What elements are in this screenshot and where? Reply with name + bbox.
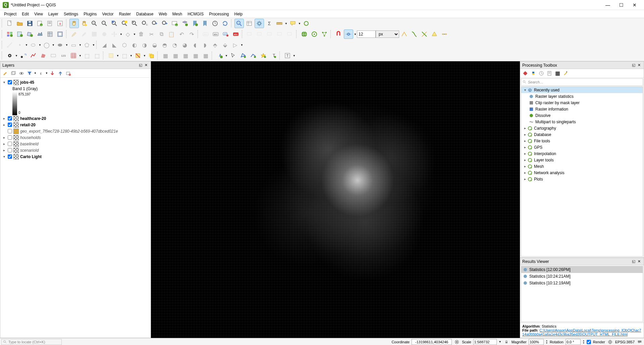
osm-download-button[interactable] bbox=[300, 29, 309, 39]
layer-row-carto-light[interactable]: ▾ Carto Light bbox=[2, 153, 149, 160]
filter-button[interactable] bbox=[26, 70, 33, 77]
crs-button[interactable] bbox=[607, 339, 613, 345]
processing-search-input[interactable]: Search… bbox=[521, 78, 643, 86]
vertex-snap-button[interactable] bbox=[344, 29, 353, 39]
polygon-ann-button[interactable] bbox=[238, 51, 248, 60]
new-project-button[interactable] bbox=[5, 19, 14, 28]
statistics-button[interactable]: Σ bbox=[265, 19, 274, 28]
measure-button[interactable] bbox=[275, 19, 284, 28]
map-canvas[interactable] bbox=[151, 61, 520, 338]
zoom-selection-button[interactable] bbox=[120, 19, 129, 28]
style-manager-button[interactable]: a bbox=[55, 19, 65, 28]
crs-label[interactable]: EPSG:3857 bbox=[615, 340, 635, 344]
open-project-button[interactable] bbox=[15, 19, 24, 28]
history-button[interactable] bbox=[538, 70, 545, 77]
rotation-input[interactable] bbox=[566, 339, 581, 345]
menu-processing[interactable]: Processing bbox=[206, 11, 231, 17]
magnifier-input[interactable] bbox=[529, 339, 544, 345]
snap-segment-button[interactable] bbox=[420, 29, 429, 39]
menu-help[interactable]: Help bbox=[232, 11, 246, 17]
menu-mesh[interactable]: Mesh bbox=[170, 11, 185, 17]
polygon-button[interactable] bbox=[39, 51, 48, 60]
maximize-button[interactable]: ☐ bbox=[614, 0, 628, 10]
label-pin-button[interactable]: abl bbox=[221, 29, 230, 39]
menu-web[interactable]: Web bbox=[156, 11, 169, 17]
layers-undock-button[interactable]: ◱ bbox=[138, 63, 143, 68]
zoom-full-button[interactable] bbox=[110, 19, 119, 28]
marker-ann-button[interactable] bbox=[259, 51, 268, 60]
processing-group[interactable]: ▸GPS bbox=[521, 144, 643, 150]
model-button[interactable] bbox=[522, 70, 529, 77]
messages-button[interactable] bbox=[637, 339, 643, 345]
result-item[interactable]: Statistics [10:12:19AM] bbox=[521, 280, 643, 286]
snap-unit-select[interactable]: px bbox=[376, 30, 399, 38]
annotation-button[interactable] bbox=[302, 19, 311, 28]
processing-tree[interactable]: ▾ Recently used Raster layer statistics … bbox=[521, 86, 643, 257]
scale-input[interactable] bbox=[473, 339, 497, 345]
maptips-dropdown[interactable]: ▼ bbox=[298, 22, 301, 25]
menu-project[interactable]: Project bbox=[1, 11, 19, 17]
point-xy-button[interactable]: xy bbox=[18, 51, 28, 60]
layers-close-button[interactable]: ✕ bbox=[143, 63, 149, 68]
new-map-view-button[interactable]: + bbox=[170, 19, 179, 28]
data-source-manager-button[interactable] bbox=[5, 29, 14, 39]
deselect-button[interactable] bbox=[133, 51, 143, 60]
identify-button[interactable]: i bbox=[234, 19, 244, 28]
layer-checkbox[interactable] bbox=[8, 154, 12, 159]
point-dropdown[interactable]: ▼ bbox=[15, 54, 18, 57]
measure-dropdown[interactable]: ▼ bbox=[284, 22, 288, 25]
scale-dropdown[interactable]: ▼ bbox=[499, 340, 501, 343]
processing-group[interactable]: ▸File tools bbox=[521, 138, 643, 144]
processing-group[interactable]: ▸Layer tools bbox=[521, 157, 643, 163]
snapping-button[interactable] bbox=[334, 29, 343, 39]
zoom-last-button[interactable] bbox=[150, 19, 159, 28]
processing-group[interactable]: ▸Cartography bbox=[521, 125, 643, 131]
layer-row-households[interactable]: ▸ households bbox=[2, 134, 149, 141]
numbers-button[interactable]: 123 bbox=[59, 51, 68, 60]
layer-checkbox[interactable] bbox=[8, 148, 12, 152]
layer-row-baselineid[interactable]: ▸ baselineId bbox=[2, 141, 149, 147]
processing-group[interactable]: ▸Interpolation bbox=[521, 150, 643, 157]
new-spatialite-button[interactable] bbox=[35, 29, 45, 39]
result-file-link[interactable]: C:\Users\Anson\AppData\Local\Temp\proces… bbox=[522, 328, 641, 336]
collapse-all-button[interactable] bbox=[57, 70, 64, 77]
processing-group[interactable]: ▸Network analysis bbox=[521, 169, 643, 176]
locate-input[interactable]: Type to locate (Ctrl+K) bbox=[1, 339, 62, 345]
coordinate-input[interactable] bbox=[412, 339, 452, 345]
save-project-button[interactable] bbox=[25, 19, 35, 28]
snap-intersect-button[interactable] bbox=[410, 29, 419, 39]
layer-styling-button[interactable] bbox=[2, 70, 9, 77]
processing-close-button[interactable]: ✕ bbox=[636, 63, 642, 68]
minimize-button[interactable]: — bbox=[601, 0, 614, 10]
result-item[interactable]: Statistics [10:24:21AM] bbox=[521, 273, 643, 280]
layer-row-healthcare-20[interactable]: ▸ healthcare-20 bbox=[2, 115, 149, 122]
processing-alg[interactable]: Raster information bbox=[521, 106, 643, 112]
processing-group[interactable]: ▸Database bbox=[521, 131, 643, 138]
text-ann-button[interactable]: T bbox=[269, 51, 278, 60]
layers-tree[interactable]: ▾ jobs-45 Band 1 (Gray) 875,197 0 ▸ heal… bbox=[0, 78, 151, 338]
menu-layer[interactable]: Layer bbox=[46, 11, 61, 17]
processing-group[interactable]: ▸Mesh bbox=[521, 163, 643, 169]
result-item[interactable]: Statistics [12:00:26PM] bbox=[521, 266, 643, 273]
extents-toggle-button[interactable] bbox=[454, 339, 460, 345]
remove-layer-button[interactable] bbox=[65, 70, 72, 77]
menu-hcmgis[interactable]: HCMGIS bbox=[185, 11, 206, 17]
maptips-button[interactable] bbox=[288, 19, 298, 28]
snap-scale-button[interactable] bbox=[440, 29, 449, 39]
new-memory-layer-button[interactable] bbox=[55, 29, 65, 39]
layer-row-jobs-45[interactable]: ▾ jobs-45 bbox=[2, 79, 149, 85]
snap-dropdown[interactable]: ▼ bbox=[354, 33, 357, 36]
processing-alg[interactable]: Multipart to singleparts bbox=[521, 119, 643, 125]
options-button[interactable] bbox=[562, 70, 569, 77]
snap-self-button[interactable] bbox=[430, 29, 439, 39]
new-3dmap-button[interactable] bbox=[180, 19, 190, 28]
topo-edit-button[interactable] bbox=[399, 29, 409, 39]
menu-edit[interactable]: Edit bbox=[19, 11, 32, 17]
processing-recent-group[interactable]: ▾ Recently used bbox=[521, 87, 643, 93]
label-abc2-button[interactable]: abc bbox=[211, 29, 220, 39]
point-button[interactable] bbox=[5, 51, 14, 60]
results-undock-button[interactable]: ◱ bbox=[631, 259, 636, 264]
layer-row-scenarioid[interactable]: ▸ scenarioId bbox=[2, 147, 149, 153]
cursor-button[interactable] bbox=[228, 51, 238, 60]
layer-checkbox[interactable] bbox=[8, 123, 12, 127]
